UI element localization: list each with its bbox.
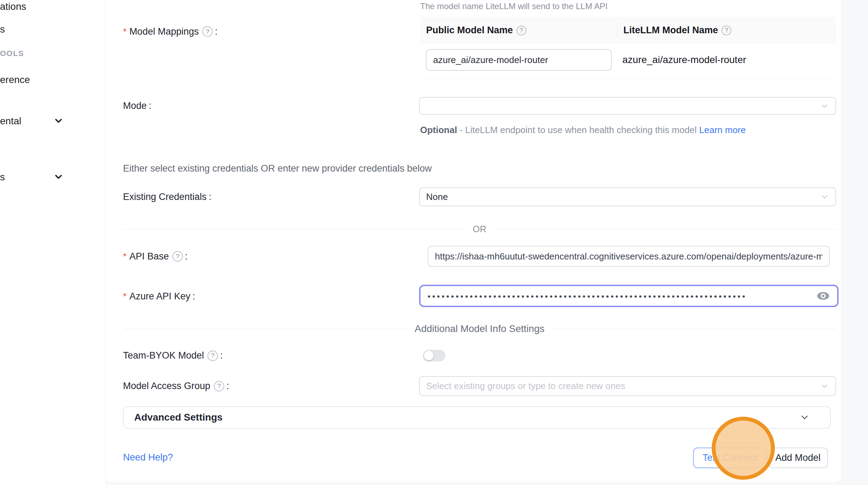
need-help-link[interactable]: Need Help? xyxy=(123,452,173,463)
model-name-help-text: The model name LiteLLM will send to the … xyxy=(420,1,608,11)
api-base-input[interactable] xyxy=(428,246,830,267)
help-circle-icon[interactable]: ? xyxy=(517,26,526,35)
add-model-form: The model name LiteLLM will send to the … xyxy=(105,0,841,482)
divider-line xyxy=(553,329,836,329)
sidebar: ations s OOLS erence ental s xyxy=(0,0,105,485)
chevron-down-icon[interactable] xyxy=(799,412,810,423)
or-divider: OR xyxy=(123,224,836,234)
api-base-label: * API Base ? : xyxy=(123,246,187,267)
mappings-table-header: Public Model Name ? LiteLLM Model Name ? xyxy=(420,17,836,44)
existing-credentials-value: None xyxy=(426,192,448,202)
model-mappings-table: Public Model Name ? LiteLLM Model Name ?… xyxy=(420,17,836,79)
advanced-settings-title: Advanced Settings xyxy=(134,412,223,423)
chevron-down-icon[interactable] xyxy=(53,172,64,185)
help-circle-icon[interactable]: ? xyxy=(207,351,218,361)
help-circle-icon[interactable]: ? xyxy=(214,381,224,392)
sidebar-section-tools: OOLS xyxy=(0,49,24,58)
additional-info-divider: Additional Model Info Settings xyxy=(123,324,836,334)
help-circle-icon[interactable]: ? xyxy=(172,251,183,262)
litellm-model-name-header: LiteLLM Model Name ? xyxy=(617,22,836,39)
mappings-table-row: azure_ai/azure-model-router xyxy=(420,44,836,79)
sidebar-item-3[interactable]: erence xyxy=(0,74,30,85)
existing-credentials-label: Existing Credentials : xyxy=(123,187,211,206)
divider-line xyxy=(123,329,406,329)
chevron-down-icon[interactable] xyxy=(53,116,64,129)
mode-help-text: Optional - LiteLLM endpoint to use when … xyxy=(420,123,757,137)
credentials-note: Either select existing credentials OR en… xyxy=(123,163,432,174)
sidebar-item-1[interactable]: ations xyxy=(0,1,26,12)
public-model-name-header: Public Model Name ? xyxy=(420,25,617,36)
existing-credentials-select[interactable]: None xyxy=(419,187,836,206)
model-mappings-label: * Model Mappings ? : xyxy=(123,21,218,42)
model-access-group-label: Model Access Group ? : xyxy=(123,376,229,396)
public-model-name-input[interactable] xyxy=(426,49,612,71)
azure-api-key-input[interactable]: ••••••••••••••••••••••••••••••••••••••••… xyxy=(419,285,839,307)
team-byok-toggle[interactable] xyxy=(423,350,445,361)
mode-select[interactable] xyxy=(419,97,836,115)
required-mark: * xyxy=(123,291,127,302)
masked-api-key-value: ••••••••••••••••••••••••••••••••••••••••… xyxy=(428,291,812,301)
chevron-down-icon xyxy=(820,102,829,111)
toggle-knob xyxy=(424,351,433,360)
click-highlight-circle xyxy=(712,417,775,480)
team-byok-label: Team-BYOK Model ? : xyxy=(123,350,223,361)
divider-line xyxy=(495,229,836,229)
help-circle-icon[interactable]: ? xyxy=(722,26,731,35)
eye-icon[interactable] xyxy=(816,291,830,301)
azure-api-key-label: * Azure API Key : xyxy=(123,285,195,307)
help-circle-icon[interactable]: ? xyxy=(202,26,213,37)
chevron-down-icon xyxy=(820,192,829,201)
model-access-group-select[interactable]: Select existing groups or type to create… xyxy=(419,376,836,396)
sidebar-item-2[interactable]: s xyxy=(0,24,5,35)
divider-line xyxy=(123,229,464,229)
sidebar-item-4[interactable]: ental xyxy=(0,116,21,127)
learn-more-link[interactable]: Learn more xyxy=(699,125,746,135)
required-mark: * xyxy=(123,26,127,37)
mode-label: Mode : xyxy=(123,97,151,115)
add-model-button[interactable]: Add Model xyxy=(768,448,828,468)
sidebar-item-5[interactable]: s xyxy=(0,172,5,183)
model-access-group-placeholder: Select existing groups or type to create… xyxy=(426,381,625,392)
chevron-down-icon xyxy=(820,382,829,391)
required-mark: * xyxy=(123,251,127,262)
litellm-model-name-value: azure_ai/azure-model-router xyxy=(622,44,746,76)
